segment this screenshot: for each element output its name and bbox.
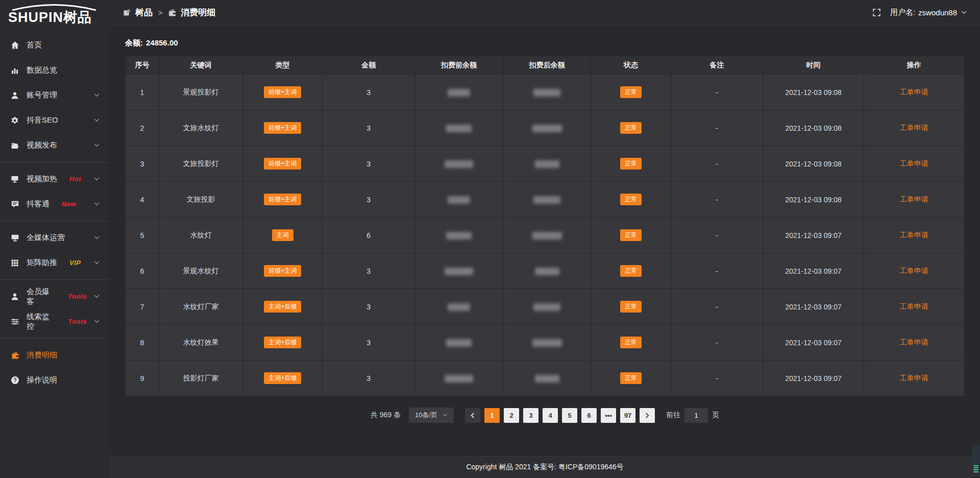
action-cell: 工单申请 <box>864 253 964 289</box>
type-cell: 主词+后缀 <box>243 361 323 396</box>
chevron-down-icon <box>94 144 100 147</box>
chat-widget[interactable] <box>972 445 980 475</box>
status-tag: 正常 <box>620 158 642 169</box>
status-tag: 正常 <box>620 372 642 384</box>
sidebar-item[interactable]: 首页 <box>0 33 110 58</box>
table-row: 3文旅投影灯前缀+主词3正常-2021-12-03 09:08工单申请 <box>126 146 965 182</box>
next-page-button[interactable] <box>640 408 655 423</box>
time-cell: 2021-12-03 09:07 <box>763 218 864 253</box>
status-tag: 正常 <box>620 86 642 98</box>
action-cell: 工单申请 <box>864 146 964 182</box>
page-button[interactable]: 3 <box>523 408 538 423</box>
sidebar-item[interactable]: 会员爆客Tools <box>0 284 110 309</box>
remark-cell: - <box>671 218 763 253</box>
sidebar-item[interactable]: 矩阵助推VIP <box>0 250 110 275</box>
goto-label: 前往 <box>666 411 680 420</box>
sidebar-item[interactable]: 视频发布 <box>0 133 110 158</box>
post-balance-cell <box>503 218 591 253</box>
sidebar-item[interactable]: 线索监控Tools <box>0 309 110 334</box>
sidebar-item[interactable]: 数据总览 <box>0 58 110 83</box>
censored-pre-balance <box>446 125 472 132</box>
censored-pre-balance <box>448 303 470 311</box>
sidebar-item-label: 数据总览 <box>27 65 57 75</box>
wallet-icon <box>168 9 176 17</box>
page-button-active[interactable]: 1 <box>484 408 500 423</box>
ticket-apply-link[interactable]: 工单申请 <box>900 159 928 168</box>
goto-page-input[interactable] <box>684 408 708 423</box>
post-balance-cell <box>503 289 591 325</box>
keyword-cell: 投影灯厂家 <box>159 361 242 396</box>
username-value: zswodun88 <box>918 8 957 17</box>
grid-icon <box>10 258 19 268</box>
pre-balance-cell <box>415 253 503 289</box>
status-tag: 正常 <box>620 337 642 348</box>
table-row: 6景观水纹灯前缀+主词3正常-2021-12-03 09:07工单申请 <box>126 253 965 289</box>
sidebar-item[interactable]: 抖客通New <box>0 192 110 217</box>
svg-text:?: ? <box>13 377 16 383</box>
prev-page-button[interactable] <box>465 408 480 423</box>
sidebar-item[interactable]: 抖音SEO <box>0 108 110 133</box>
type-tag: 前缀+主词 <box>264 158 301 169</box>
keyword-cell: 文旅投影灯 <box>159 146 242 182</box>
sidebar-item[interactable]: 全媒体运营 <box>0 225 110 250</box>
page-button[interactable]: 4 <box>543 408 558 423</box>
breadcrumb-item-home[interactable]: 树品 <box>135 7 153 18</box>
page-button[interactable]: 6 <box>581 408 597 423</box>
censored-pre-balance <box>448 89 470 97</box>
page-button[interactable]: 2 <box>504 408 519 423</box>
amount-cell: 3 <box>323 289 415 325</box>
footer-copyright: Copyright 树品 2021 备案号: 粤ICP备09019646号 <box>466 463 623 472</box>
page-size-select[interactable]: 10条/页 <box>409 408 454 423</box>
sidebar-item-active[interactable]: 消费明细 <box>0 343 110 368</box>
logo-brand: SHUPIN <box>8 10 63 25</box>
ticket-apply-link[interactable]: 工单申请 <box>900 338 928 346</box>
censored-pre-balance <box>445 268 473 275</box>
page-button[interactable]: 5 <box>562 408 577 423</box>
ticket-apply-link[interactable]: 工单申请 <box>900 195 928 203</box>
sidebar-item[interactable]: 账号管理 <box>0 83 110 108</box>
action-cell: 工单申请 <box>864 325 964 361</box>
post-balance-cell <box>503 361 591 396</box>
type-cell: 主词+后缀 <box>243 325 323 361</box>
column-header: 状态 <box>591 56 671 75</box>
username-dropdown[interactable]: 用户名: zswodun88 <box>890 8 967 17</box>
row-index-cell: 2 <box>126 110 159 146</box>
amount-cell: 3 <box>323 146 415 182</box>
pagination: 共 969 条 10条/页 123456•••97 前往 页 <box>125 408 965 423</box>
ticket-apply-link[interactable]: 工单申请 <box>900 124 928 132</box>
ticket-apply-link[interactable]: 工单申请 <box>900 267 928 275</box>
page-button[interactable]: 97 <box>620 408 635 423</box>
pre-balance-cell <box>415 218 503 253</box>
table-row: 1景观投影灯前缀+主词3正常-2021-12-03 09:08工单申请 <box>126 75 965 110</box>
row-index-cell: 6 <box>126 253 159 289</box>
amount-cell: 3 <box>323 361 415 396</box>
sidebar-item[interactable]: 视频加热Hot <box>0 166 110 192</box>
breadcrumb-item-current[interactable]: 消费明细 <box>181 7 215 18</box>
post-balance-cell <box>503 146 591 182</box>
censored-post-balance <box>535 375 559 383</box>
menu-divider <box>0 162 110 162</box>
remark-cell: - <box>671 253 763 289</box>
censored-post-balance <box>533 303 560 311</box>
question-icon: ? <box>10 376 19 385</box>
pre-balance-cell <box>415 289 503 325</box>
status-tag: 正常 <box>620 122 642 133</box>
censored-post-balance <box>532 339 562 347</box>
ticket-apply-link[interactable]: 工单申请 <box>900 231 928 239</box>
status-tag: 正常 <box>620 229 642 241</box>
pre-balance-cell <box>415 110 503 146</box>
ellipsis-page-button[interactable]: ••• <box>601 408 616 423</box>
ticket-apply-link[interactable]: 工单申请 <box>900 302 928 310</box>
sidebar-item[interactable]: ?操作说明 <box>0 368 110 393</box>
post-balance-cell <box>503 75 591 110</box>
action-cell: 工单申请 <box>864 75 964 110</box>
fullscreen-button[interactable] <box>872 8 881 17</box>
ticket-apply-link[interactable]: 工单申请 <box>900 88 928 96</box>
type-tag: 前缀+主词 <box>264 86 301 98</box>
type-tag: 主词+后缀 <box>264 337 301 348</box>
row-index-cell: 5 <box>126 218 159 253</box>
ticket-apply-link[interactable]: 工单申请 <box>900 374 928 382</box>
action-cell: 工单申请 <box>864 361 964 396</box>
sidebar-item-label: 全媒体运营 <box>27 233 65 243</box>
sliders-icon <box>10 317 19 326</box>
